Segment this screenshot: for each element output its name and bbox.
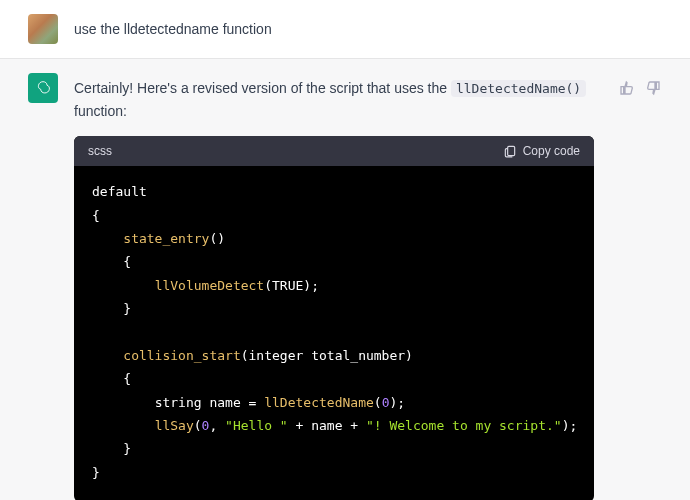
code-content[interactable]: default { state_entry() { llVolumeDetect…: [74, 166, 594, 500]
user-message-body: use the lldetectedname function: [74, 14, 662, 40]
thumbs-down-icon: [645, 80, 661, 96]
user-message-text: use the lldetectedname function: [74, 18, 662, 40]
assistant-inline-code: llDetectedName(): [451, 80, 586, 97]
code-block: scss Copy code default { state_entry() {…: [74, 136, 594, 500]
user-avatar: [28, 14, 58, 44]
user-turn: use the lldetectedname function: [0, 0, 690, 58]
clipboard-icon: [503, 144, 517, 158]
assistant-logo-icon: [34, 79, 52, 97]
assistant-turn: Certainly! Here's a revised version of t…: [0, 58, 690, 500]
thumbs-up-icon: [619, 80, 635, 96]
assistant-intro-pre: Certainly! Here's a revised version of t…: [74, 80, 451, 96]
feedback-buttons: [618, 79, 662, 97]
code-lang-label: scss: [88, 144, 112, 158]
assistant-message-body: Certainly! Here's a revised version of t…: [74, 73, 594, 500]
copy-code-button[interactable]: Copy code: [503, 144, 580, 158]
assistant-avatar: [28, 73, 58, 103]
assistant-intro-post: function:: [74, 103, 127, 119]
code-toolbar: scss Copy code: [74, 136, 594, 166]
thumbs-up-button[interactable]: [618, 79, 636, 97]
thumbs-down-button[interactable]: [644, 79, 662, 97]
copy-code-label: Copy code: [523, 144, 580, 158]
svg-rect-0: [507, 147, 514, 156]
assistant-message-text: Certainly! Here's a revised version of t…: [74, 77, 594, 122]
